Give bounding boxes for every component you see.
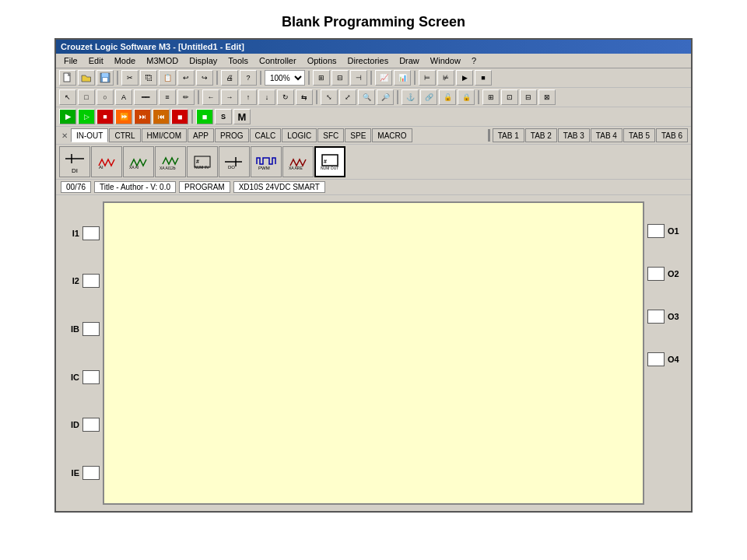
tab-close-icon[interactable]: ✕ (59, 131, 70, 141)
undo-button[interactable]: ↩ (177, 70, 195, 86)
menu-item-controller[interactable]: Controller (254, 55, 301, 66)
menu-item-edit[interactable]: Edit (84, 55, 108, 66)
icon-ai[interactable]: AI (91, 146, 122, 177)
cursor-button[interactable]: ↖ (59, 89, 76, 105)
program-canvas[interactable] (103, 201, 644, 505)
help-button[interactable]: ? (240, 70, 257, 86)
zoom-out-button[interactable]: 🔎 (377, 89, 394, 105)
s-button[interactable]: S (215, 109, 232, 124)
menu-item-m3mod[interactable]: M3MOD (142, 55, 183, 66)
tab-5[interactable]: TAB 5 (623, 128, 655, 142)
expand-button[interactable]: ⤡ (321, 89, 338, 105)
zoom-in-button[interactable]: 🔍 (358, 89, 375, 105)
pen-button[interactable]: ✏ (177, 89, 195, 105)
line-button[interactable]: ━━ (134, 89, 157, 105)
tab-2[interactable]: TAB 2 (525, 128, 557, 142)
tab-hmi-com[interactable]: HMI/COM (142, 128, 187, 142)
text-button[interactable]: A (115, 89, 132, 105)
cut-button[interactable]: ✂ (121, 70, 139, 86)
print-button[interactable]: 🖨 (221, 70, 238, 86)
run-button[interactable]: ▶ (456, 70, 473, 86)
save-button[interactable] (96, 70, 114, 86)
icon-num-in[interactable]: # NUM IN (187, 146, 218, 177)
run3-button[interactable]: ⏩ (115, 109, 132, 124)
box-id[interactable] (82, 418, 100, 432)
move-left-button[interactable]: ← (202, 89, 219, 105)
paste-button[interactable]: 📋 (159, 70, 176, 86)
grid-button[interactable]: ⊞ (313, 70, 330, 86)
menu-item-draw[interactable]: Draw (395, 55, 424, 66)
tab-calc[interactable]: CALC (250, 128, 282, 142)
menu-item-tools[interactable]: Tools (223, 55, 253, 66)
link-button[interactable]: 🔗 (420, 89, 437, 105)
zoom-select[interactable]: 100% 50% 75% 125% 150% (265, 70, 305, 86)
circle-button[interactable]: ○ (96, 89, 114, 105)
disconnect-button[interactable]: ⊭ (437, 70, 454, 86)
icon-xa-ai12b[interactable]: XA AI12b (155, 146, 186, 177)
shrink-button[interactable]: ⤢ (339, 89, 356, 105)
run-green-button[interactable]: ▶ (59, 109, 76, 124)
move-up-button[interactable]: ↑ (240, 89, 257, 105)
new-button[interactable] (59, 70, 76, 86)
box-ic[interactable] (82, 370, 100, 384)
tab-prog[interactable]: PROG (215, 128, 248, 142)
icon-pwm[interactable]: PWM (251, 146, 282, 177)
open-button[interactable] (78, 70, 95, 86)
mode1-button[interactable]: ⏮ (153, 109, 170, 124)
active-green[interactable]: ■ (196, 109, 213, 124)
stop-button[interactable]: ■ (475, 70, 492, 86)
icon-di[interactable]: DI (59, 146, 90, 177)
align-button[interactable]: ⊣ (350, 70, 367, 86)
wire-button[interactable]: ≡ (159, 89, 176, 105)
menu-item-options[interactable]: Options (303, 55, 342, 66)
mode2-button[interactable]: ◼ (171, 109, 188, 124)
lock-button[interactable]: 🔒 (458, 89, 475, 105)
move-down-button[interactable]: ↓ (258, 89, 275, 105)
chart2-button[interactable]: 📊 (394, 70, 411, 86)
flip-button[interactable]: ⇆ (296, 89, 313, 105)
menu-item-file[interactable]: File (59, 55, 82, 66)
stop2-button[interactable]: ■ (96, 109, 114, 124)
icon-xa-are[interactable]: XA ARE (282, 146, 314, 177)
tab-6[interactable]: TAB 6 (656, 128, 688, 142)
box-ie[interactable] (82, 466, 100, 480)
anchor-button[interactable]: ⚓ (402, 89, 419, 105)
tab-in-out[interactable]: IN-OUT (71, 128, 108, 142)
rotate-button[interactable]: ↻ (277, 89, 294, 105)
copy-button[interactable]: ⿻ (140, 70, 157, 86)
menu-item-mode[interactable]: Mode (110, 55, 141, 66)
m-button[interactable]: M (233, 109, 251, 124)
menu-item-display[interactable]: Display (184, 55, 222, 66)
menu-item-directories[interactable]: Directories (343, 55, 394, 66)
select-button[interactable]: □ (78, 89, 95, 105)
redo-button[interactable]: ↪ (196, 70, 213, 86)
box-o4[interactable] (647, 352, 665, 366)
box-o1[interactable] (647, 224, 665, 238)
box-i1[interactable] (82, 226, 100, 240)
connect-button[interactable]: ⊨ (419, 70, 436, 86)
tab-spe[interactable]: SPE (345, 128, 371, 142)
step-button[interactable]: ⏭ (134, 109, 151, 124)
tab-ctrl[interactable]: CTRL (109, 128, 140, 142)
layout4-button[interactable]: ⊠ (538, 89, 556, 105)
tab-3[interactable]: TAB 3 (558, 128, 590, 142)
tab-1[interactable]: TAB 1 (493, 128, 524, 142)
icon-do[interactable]: DO (219, 146, 250, 177)
box-o3[interactable] (647, 310, 665, 324)
box-i2[interactable] (82, 274, 100, 288)
layout2-button[interactable]: ⊡ (501, 89, 518, 105)
menu-item-window[interactable]: Window (426, 55, 465, 66)
tab-macro[interactable]: MACRO (372, 128, 412, 142)
tab-app[interactable]: APP (188, 128, 214, 142)
grid2-button[interactable]: ⊟ (331, 70, 349, 86)
play2-button[interactable]: ▷ (78, 109, 95, 124)
icon-xa-ai[interactable]: XA AI (123, 146, 154, 177)
box-o2[interactable] (647, 267, 665, 281)
icon-num-out[interactable]: # NUM OUT (314, 146, 345, 177)
menu-item-help[interactable]: ? (467, 55, 481, 66)
tab-4[interactable]: TAB 4 (591, 128, 622, 142)
box-ib[interactable] (82, 322, 100, 336)
unlock-button[interactable]: 🔓 (439, 89, 456, 105)
move-right-button[interactable]: → (221, 89, 238, 105)
chart-button[interactable]: 📈 (375, 70, 392, 86)
